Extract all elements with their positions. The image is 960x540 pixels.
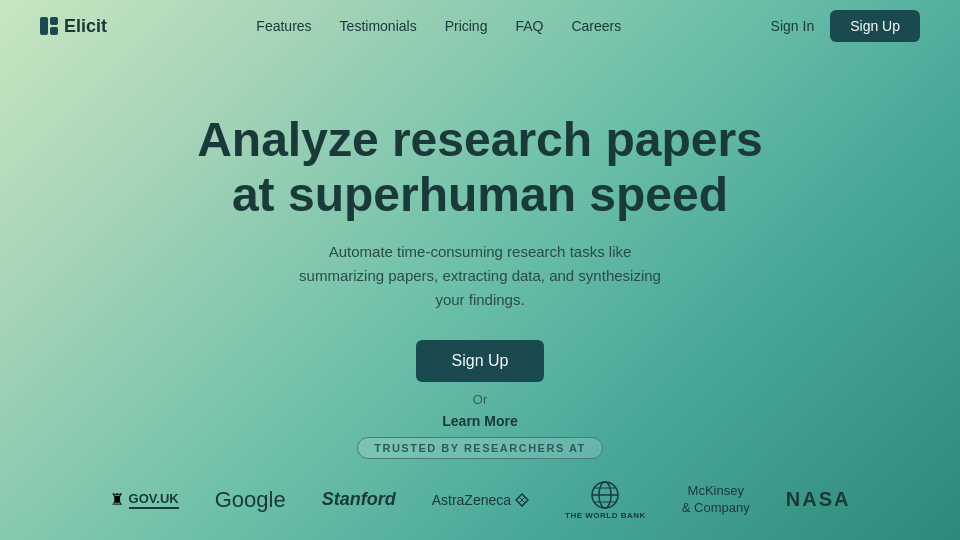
hero-subtitle: Automate time-consuming research tasks l… [290,240,670,312]
worldbank-text: THE WORLD BANK [565,511,646,520]
or-text: Or [473,392,487,407]
svg-rect-0 [40,17,48,35]
astrazeneca-text: AstraZeneca [432,492,511,508]
logo[interactable]: Elicit [40,16,107,37]
mckinsey-text: McKinsey& Company [682,483,750,515]
logo-astrazeneca: AstraZeneca [432,492,529,508]
nav-testimonials[interactable]: Testimonials [340,18,417,34]
hero-section: Analyze research papers at superhuman sp… [0,52,960,429]
nav-pricing[interactable]: Pricing [445,18,488,34]
logo-google: Google [215,487,286,513]
nav-right: Sign In Sign Up [771,10,920,42]
logo-text: Elicit [64,16,107,37]
svg-rect-2 [50,27,58,35]
logo-worldbank: THE WORLD BANK [565,479,646,520]
logo-gov-uk: ♜ GOV.UK [110,490,179,509]
nav-links: Features Testimonials Pricing FAQ Career… [256,18,621,34]
elicit-logo-icon [40,17,58,35]
hero-title-line1: Analyze research papers [197,113,763,166]
signup-button-hero[interactable]: Sign Up [416,340,545,382]
trusted-section: TRUSTED BY RESEARCHERS AT ♜ GOV.UK Googl… [0,437,960,520]
nav-features[interactable]: Features [256,18,311,34]
navbar: Elicit Features Testimonials Pricing FAQ… [0,0,960,52]
hero-title: Analyze research papers at superhuman sp… [197,112,763,222]
logos-row: ♜ GOV.UK Google Stanford AstraZeneca [110,479,851,520]
astrazeneca-icon [515,493,529,507]
signup-button-nav[interactable]: Sign Up [830,10,920,42]
gov-uk-text: GOV.UK [129,491,179,509]
signin-link[interactable]: Sign In [771,18,815,34]
logo-stanford: Stanford [322,489,396,510]
nav-faq[interactable]: FAQ [515,18,543,34]
gov-crown-icon: ♜ [110,490,124,509]
logo-nasa: NASA [786,488,851,511]
learn-more-link[interactable]: Learn More [442,413,517,429]
hero-title-line2: at superhuman speed [232,168,728,221]
logo-mckinsey: McKinsey& Company [682,483,750,517]
worldbank-globe-icon [589,479,621,511]
nav-careers[interactable]: Careers [571,18,621,34]
trusted-badge: TRUSTED BY RESEARCHERS AT [357,437,602,459]
svg-rect-1 [50,17,58,25]
